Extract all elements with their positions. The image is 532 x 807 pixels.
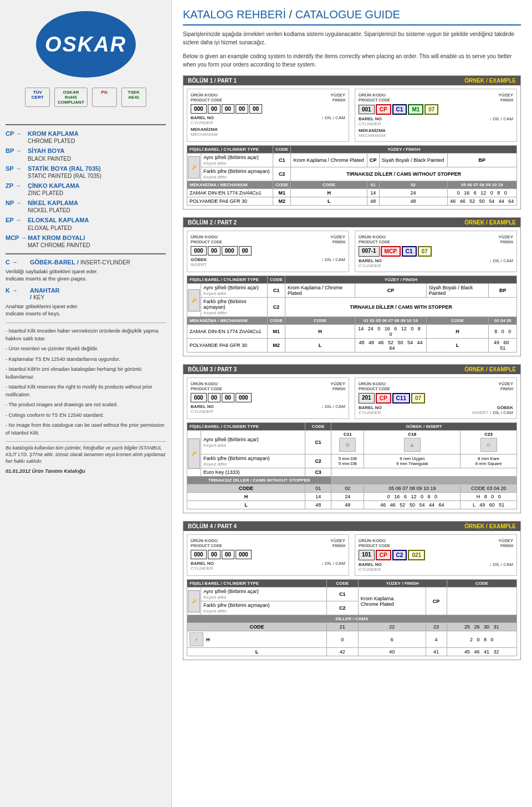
logo-text: OSKAR bbox=[45, 33, 126, 57]
bolum1-right-diagram: ÜRÜN KODUPRODUCT CODE YÜZEYFINISH 001 CP… bbox=[355, 89, 517, 142]
polyamide-row: POLYAMIDE PA6 GFR 30 M2 L 48 48 46 46 52… bbox=[187, 197, 517, 206]
insert-section: C → GÖBEK-BAREL / INSERT-CYLINDER Verild… bbox=[6, 259, 166, 283]
bolum1-left-diagram: ÜRÜN KODUPRODUCT CODE YÜZEYFINISH 000 00… bbox=[187, 89, 349, 142]
bolum3-left-diagram: ÜRÜN KODUPRODUCT CODE YÜZEYFINISH 000 00… bbox=[187, 377, 349, 419]
insert-name-tr: GÖBEK-BAREL bbox=[30, 259, 75, 265]
abbrev-ep-code: EP → bbox=[6, 216, 28, 224]
bolum-4-header: BÖLÜM 4 / PART 4 ÖRNEK / EXAMPLE bbox=[183, 522, 520, 531]
bolum-2-header: BÖLÜM 2 / PART 2 ÖRNEK / EXAMPLE bbox=[183, 218, 520, 227]
abbrev-zp-content: ÇİNKO KAPLAMA ZINC PLATED bbox=[28, 182, 166, 197]
abbrev-zp-code: ZP → bbox=[6, 182, 28, 190]
logo-box: ® OSKAR bbox=[36, 11, 136, 78]
cam-header-row: TIRNAKSIZ DİLLER / CAMS WITHOUT STOPPER bbox=[187, 477, 517, 484]
table-row: Farklı şifre (Birbirini açmayan)Keyed di… bbox=[187, 454, 517, 468]
table-row: Farklı şifre (Birbirini açmayan)Keyed di… bbox=[187, 298, 517, 317]
logo-reg: ® bbox=[119, 16, 123, 22]
key-desc: Anahtar göbeklerini işaret eder. Indicat… bbox=[6, 303, 166, 318]
table-row: 🔑 Aynı şifreli (Birbirini açar)Keyed ali… bbox=[187, 154, 517, 167]
bolum1-diagrams: ÜRÜN KODUPRODUCT CODE YÜZEYFINISH 000 00… bbox=[187, 89, 517, 142]
abbrev-bp-content: SİYAH BOYA BLACK PAINTED bbox=[28, 147, 166, 162]
insert-name-block: GÖBEK-BAREL / INSERT-CYLINDER bbox=[30, 259, 130, 265]
bolum4-diagrams: ÜRÜN KODUPRODUCT CODE YÜZEYFINISH 000 00… bbox=[187, 534, 517, 576]
sidebar-divider-2 bbox=[6, 253, 166, 254]
abbrev-ep-content: ELOKSAL KAPLAMA ELOXAL PLATED bbox=[28, 216, 166, 231]
key-code: K → bbox=[6, 287, 28, 294]
page-container: ® OSKAR TÜVCERT OSKARRoHSCOMPLIANT PG TS… bbox=[0, 0, 532, 807]
abbrev-np-code: NP → bbox=[6, 199, 28, 207]
key-name-en: KEY bbox=[33, 294, 44, 300]
l-row: L 48 48 46 46 52 50 54 44 64 L 49 60 51 bbox=[187, 501, 517, 509]
abbrev-cp-code: CP → bbox=[6, 130, 28, 137]
abbrev-sp-content: STATİK BOYA (RAL 7035) STATIC PAINTED (R… bbox=[28, 165, 166, 180]
bolum-2: BÖLÜM 2 / PART 2 ÖRNEK / EXAMPLE ÜRÜN KO… bbox=[183, 217, 521, 356]
table-row: 🔑 Aynı şifreli (Birbirini açar)Keyed ali… bbox=[187, 588, 517, 601]
abbrev-sp-code: SP → bbox=[6, 165, 28, 172]
sidebar: ® OSKAR TÜVCERT OSKARRoHSCOMPLIANT PG TS… bbox=[0, 0, 172, 807]
rohs-cert: OSKARRoHSCOMPLIANT bbox=[54, 88, 88, 107]
cert-logos: TÜVCERT OSKARRoHSCOMPLIANT PG TSEKAE41 bbox=[6, 83, 166, 111]
main-title: KATALOG REHBERİ / CATALOGUE GUIDE bbox=[183, 8, 521, 25]
zamak-row-2: ZAMAK DIN-EN 1774 ZnAl4Cu1 M1 H 14 24 0 … bbox=[187, 325, 517, 339]
cam-section-header: DİLLER / CAMS bbox=[187, 615, 517, 623]
abbrev-mcp: MCP → MAT KROM BOYALI MAT CHROME PAINTED bbox=[6, 234, 166, 249]
bolum-1-header: BÖLÜM 1 / PART 1 ÖRNEK / EXAMPLE bbox=[183, 76, 520, 85]
key-name-tr: ANAHTAR bbox=[30, 287, 60, 294]
bolum4-right-diagram: ÜRÜN KODUPRODUCT CODE YÜZEYFINISH 101 CP… bbox=[355, 534, 517, 576]
bolum3-right-diagram: ÜRÜN KODUPRODUCT CODE YÜZEYFINISH 201 CP… bbox=[355, 377, 517, 419]
key-name-block: ANAHTAR / KEY bbox=[30, 287, 60, 300]
abbrev-bp: BP → SİYAH BOYA BLACK PAINTED bbox=[6, 147, 166, 162]
zamak-row: ZAMAK DIN-EN 1774 ZnAl4Cu1 M1 H 14 24 0 … bbox=[187, 189, 517, 197]
info-text: - İstanbul Kilit önceden haber vermeksiz… bbox=[6, 323, 166, 437]
abbrev-sp: SP → STATİK BOYA (RAL 7035) STATIC PAINT… bbox=[6, 165, 166, 180]
insert-desc: Verildiği sayfadaki göbekleri işaret ede… bbox=[6, 268, 166, 283]
pg-cert: PG bbox=[92, 88, 117, 107]
bolum4-main-table: FİŞELİ BAREL / CYLINDER TYPE CODE YÜZEY … bbox=[187, 579, 517, 656]
insert-title: C → GÖBEK-BAREL / INSERT-CYLINDER bbox=[6, 259, 166, 265]
bolum-3: BÖLÜM 3 / PART 3 ÖRNEK / EXAMPLE ÜRÜN KO… bbox=[183, 364, 521, 513]
h-row: H 14 24 0 16 6 12 0 8 0 H 8 0 0 bbox=[187, 493, 517, 501]
abbrev-zp: ZP → ÇİNKO KAPLAMA ZINC PLATED bbox=[6, 182, 166, 197]
bolum3-diagrams: ÜRÜN KODUPRODUCT CODE YÜZEYFINISH 000 00… bbox=[187, 377, 517, 419]
tuv-cert: TÜVCERT bbox=[25, 88, 50, 107]
bolum2-cylinder-table: FİŞELİ BAREL / CYLINDER TYPE CODE YÜZEY … bbox=[187, 275, 517, 353]
intro-text-2: Below is given an example coding system … bbox=[183, 52, 521, 69]
abbreviation-list: CP → KROM KAPLAMA CHROME PLATED BP → SİY… bbox=[6, 130, 166, 249]
bolum-1: BÖLÜM 1 / PART 1 ÖRNEK / EXAMPLE ÜRÜN KO… bbox=[183, 75, 521, 210]
l-row-4: L 42 40 41 45 46 41 32 bbox=[187, 648, 517, 656]
bolum2-right-diagram: ÜRÜN KODUPRODUCT CODE YÜZEYFINISH 007-1 … bbox=[355, 231, 517, 272]
abbrev-ep: EP → ELOKSAL KAPLAMA ELOXAL PLATED bbox=[6, 216, 166, 231]
table-row: 🔑 Aynı şifreli (Birbirini açar)Keyed ali… bbox=[187, 284, 517, 298]
bolum-3-header: BÖLÜM 3 / PART 3 ÖRNEK / EXAMPLE bbox=[183, 365, 520, 374]
polyamide-row-2: POLYAMIDE PA6 GFR 30 M2 L 48 48 46 52 50… bbox=[187, 339, 517, 353]
abbrev-mcp-code: MCP → bbox=[6, 234, 28, 242]
key-title: K → ANAHTAR / KEY bbox=[6, 287, 166, 300]
insert-name-en: INSERT-CYLINDER bbox=[80, 259, 130, 265]
bolum2-diagrams: ÜRÜN KODUPRODUCT CODE YÜZEYFINISH 000 00… bbox=[187, 231, 517, 272]
insert-code: C → bbox=[6, 259, 28, 265]
abbrev-mcp-content: MAT KROM BOYALI MAT CHROME PAINTED bbox=[28, 234, 166, 249]
main-content: KATALOG REHBERİ / CATALOGUE GUIDE Sipari… bbox=[172, 0, 532, 807]
table-row: Farklı şifre (Birbirini açmayan)Keyed di… bbox=[187, 167, 517, 181]
bolum-3-body: ÜRÜN KODUPRODUCT CODE YÜZEYFINISH 000 00… bbox=[183, 374, 520, 513]
cam-cols-row-4: CODE 21 22 23 25 26 30 31 bbox=[187, 623, 517, 631]
abbrev-cp-content: KROM KAPLAMA CHROME PLATED bbox=[28, 130, 166, 145]
bolum-4: BÖLÜM 4 / PART 4 ÖRNEK / EXAMPLE ÜRÜN KO… bbox=[183, 521, 521, 660]
cam-cols-row: CODE 01 02 05 06 07 08 09 10 19 CODE 03 … bbox=[187, 484, 517, 493]
abbrev-np-content: NİKEL KAPLAMA NICKEL PLATED bbox=[28, 199, 166, 214]
tsek-cert: TSEKAE41 bbox=[121, 88, 146, 107]
abbrev-bp-code: BP → bbox=[6, 147, 28, 155]
logo-area: ® OSKAR TÜVCERT OSKARRoHSCOMPLIANT PG TS… bbox=[6, 6, 166, 120]
bolum-1-body: ÜRÜN KODUPRODUCT CODE YÜZEYFINISH 000 00… bbox=[183, 85, 520, 209]
bolum1-cylinder-table: FİŞELİ BAREL / CYLINDER TYPE CODE YÜZEY … bbox=[187, 145, 517, 206]
intro-text-1: Siparişlerinizde aşağıda örnekleri veril… bbox=[183, 30, 521, 47]
table-row: Euro Key (1333) C3 bbox=[187, 468, 517, 477]
footer-date: 01.01.2012 Ürün Tanıtım Kataloğu bbox=[6, 468, 166, 475]
bolum4-left-diagram: ÜRÜN KODUPRODUCT CODE YÜZEYFINISH 000 00… bbox=[187, 534, 349, 576]
abbrev-np: NP → NİKEL KAPLAMA NICKEL PLATED bbox=[6, 199, 166, 214]
bolum-4-body: ÜRÜN KODUPRODUCT CODE YÜZEYFINISH 000 00… bbox=[183, 531, 520, 660]
bolum3-cylinder-table: FİŞELİ BAREL / CYLINDER TYPE CODE GÖBEK … bbox=[187, 422, 517, 509]
abbrev-cp: CP → KROM KAPLAMA CHROME PLATED bbox=[6, 130, 166, 145]
bolum2-left-diagram: ÜRÜN KODUPRODUCT CODE YÜZEYFINISH 000 00… bbox=[187, 231, 349, 272]
bolum-2-body: ÜRÜN KODUPRODUCT CODE YÜZEYFINISH 000 00… bbox=[183, 227, 520, 356]
mechanism-row: MEKANİZMA / MECHANISM CODE CODE 01 02 05… bbox=[187, 181, 517, 189]
